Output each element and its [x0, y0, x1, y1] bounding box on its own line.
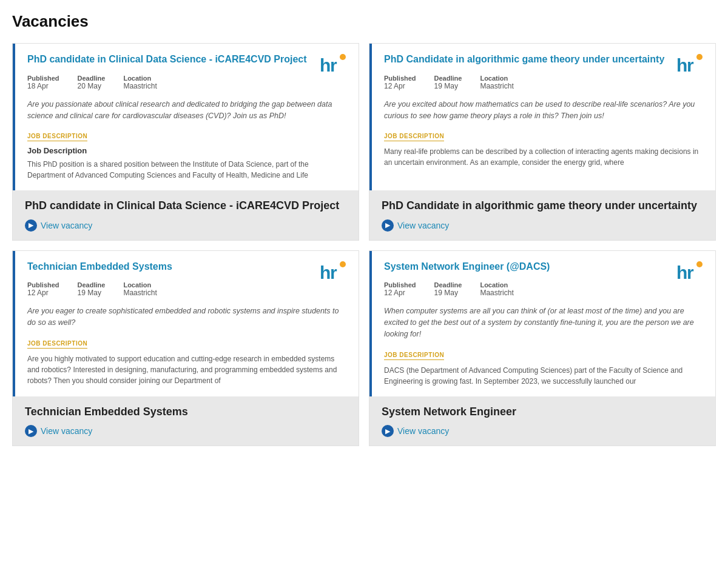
vacancy-preview-title-technician-embedded: Technician Embedded Systems	[27, 261, 346, 273]
location-value: Maastricht	[480, 82, 513, 90]
vacancy-meta-phd-clinical-data: Published 18 Apr Deadline 20 May Locatio…	[27, 75, 346, 90]
published-label: Published	[384, 75, 416, 82]
deadline-value: 20 May	[78, 82, 106, 90]
deadline-label: Deadline	[434, 281, 462, 289]
vacancy-card-phd-algorithmic-game: PhD Candidate in algorithmic game theory…	[369, 43, 716, 241]
vacancy-card-phd-clinical-data: PhD candidate in Clinical Data Science -…	[12, 43, 359, 241]
vacancy-preview-phd-algorithmic-game: PhD Candidate in algorithmic game theory…	[369, 44, 715, 190]
vacancy-meta-technician-embedded: Published 12 Apr Deadline 19 May Locatio…	[27, 281, 346, 297]
deadline-label: Deadline	[434, 75, 462, 82]
vacancy-footer-title-phd-clinical-data: PhD candidate in Clinical Data Science -…	[25, 199, 346, 213]
vacancy-footer-title-phd-algorithmic-game: PhD Candidate in algorithmic game theory…	[382, 199, 703, 213]
job-desc-label-phd-algorithmic-game: JOB DESCRIPTION	[384, 133, 444, 141]
view-vacancy-link-phd-clinical-data[interactable]: ▶ View vacancy	[25, 219, 346, 232]
svg-text:r: r	[687, 55, 694, 75]
meta-published: Published 12 Apr	[27, 281, 59, 297]
svg-text:h: h	[676, 55, 687, 75]
vacancy-footer-system-network-engineer: System Network Engineer ▶ View vacancy	[369, 396, 715, 446]
view-vacancy-label-system-network-engineer: View vacancy	[397, 426, 449, 436]
svg-point-2	[340, 54, 346, 60]
vacancy-intro-technician-embedded: Are you eager to create sophisticated em…	[27, 306, 346, 329]
view-vacancy-icon-technician-embedded: ▶	[25, 425, 37, 437]
svg-point-8	[340, 261, 346, 267]
meta-published: Published 12 Apr	[384, 281, 416, 297]
vacancy-intro-phd-clinical-data: Are you passionate about clinical resear…	[27, 99, 346, 122]
location-value: Maastricht	[123, 82, 157, 90]
deadline-value: 19 May	[434, 82, 462, 90]
svg-point-5	[696, 54, 703, 60]
meta-deadline: Deadline 20 May	[78, 75, 106, 90]
location-label: Location	[480, 281, 513, 289]
hr-logo-system-network-engineer: h r	[676, 259, 706, 286]
location-value: Maastricht	[123, 289, 157, 297]
view-vacancy-icon-system-network-engineer: ▶	[382, 425, 394, 437]
vacancy-intro-system-network-engineer: When computer systems are all you can th…	[384, 306, 703, 339]
meta-deadline: Deadline 19 May	[78, 281, 106, 297]
published-value: 12 Apr	[384, 289, 416, 297]
vacancy-preview-title-phd-clinical-data: PhD candidate in Clinical Data Science -…	[27, 53, 346, 66]
view-vacancy-icon-phd-algorithmic-game: ▶	[382, 219, 394, 232]
view-vacancy-icon-phd-clinical-data: ▶	[25, 219, 37, 232]
job-desc-heading: Job Description	[27, 146, 346, 155]
meta-location: Location Maastricht	[480, 75, 513, 90]
deadline-label: Deadline	[78, 281, 106, 289]
view-vacancy-link-system-network-engineer[interactable]: ▶ View vacancy	[382, 425, 703, 437]
svg-text:r: r	[330, 55, 337, 75]
vacancy-footer-title-technician-embedded: Technician Embedded Systems	[25, 405, 346, 419]
svg-text:r: r	[330, 262, 337, 282]
published-value: 12 Apr	[384, 82, 416, 90]
meta-deadline: Deadline 19 May	[434, 75, 462, 90]
deadline-label: Deadline	[78, 75, 106, 82]
published-label: Published	[27, 281, 59, 289]
meta-published: Published 12 Apr	[384, 75, 416, 90]
vacancy-footer-title-system-network-engineer: System Network Engineer	[382, 405, 703, 419]
view-vacancy-label-technician-embedded: View vacancy	[41, 426, 92, 436]
vacancy-meta-system-network-engineer: Published 12 Apr Deadline 19 May Locatio…	[384, 281, 703, 297]
view-vacancy-label-phd-clinical-data: View vacancy	[41, 221, 92, 230]
vacancy-preview-phd-clinical-data: PhD candidate in Clinical Data Science -…	[13, 44, 359, 190]
published-value: 12 Apr	[27, 289, 59, 297]
vacancy-preview-title-phd-algorithmic-game: PhD Candidate in algorithmic game theory…	[384, 53, 703, 66]
published-label: Published	[384, 281, 416, 289]
view-vacancy-label-phd-algorithmic-game: View vacancy	[397, 221, 449, 230]
job-desc-label-system-network-engineer: JOB DESCRIPTION	[384, 352, 444, 360]
job-desc-label-phd-clinical-data: JOB DESCRIPTION	[27, 133, 87, 141]
svg-text:h: h	[320, 55, 331, 75]
vacancy-intro-phd-algorithmic-game: Are you excited about how mathematics ca…	[384, 99, 703, 122]
vacancy-meta-phd-algorithmic-game: Published 12 Apr Deadline 19 May Locatio…	[384, 75, 703, 90]
vacancy-footer-phd-algorithmic-game: PhD Candidate in algorithmic game theory…	[369, 190, 715, 239]
job-desc-text-system-network-engineer: DACS (the Department of Advanced Computi…	[384, 365, 703, 387]
vacancy-preview-title-system-network-engineer: System Network Engineer (@DACS)	[384, 261, 703, 273]
svg-text:r: r	[687, 262, 694, 282]
svg-text:h: h	[676, 262, 687, 282]
vacancies-grid: PhD candidate in Clinical Data Science -…	[12, 43, 716, 446]
hr-logo-phd-clinical-data: h r	[320, 52, 349, 79]
location-label: Location	[123, 281, 157, 289]
job-desc-text-phd-clinical-data: This PhD position is a shared position b…	[27, 159, 346, 181]
vacancy-card-technician-embedded: Technician Embedded Systems Published 12…	[12, 250, 359, 446]
vacancy-preview-technician-embedded: Technician Embedded Systems Published 12…	[13, 251, 359, 396]
published-label: Published	[27, 75, 59, 82]
job-desc-text-technician-embedded: Are you highly motivated to support educ…	[27, 353, 346, 386]
view-vacancy-link-phd-algorithmic-game[interactable]: ▶ View vacancy	[382, 219, 703, 232]
job-desc-label-technician-embedded: JOB DESCRIPTION	[27, 340, 87, 349]
meta-location: Location Maastricht	[123, 75, 157, 90]
meta-deadline: Deadline 19 May	[434, 281, 462, 297]
vacancy-card-system-network-engineer: System Network Engineer (@DACS) Publishe…	[369, 250, 716, 446]
published-value: 18 Apr	[27, 82, 59, 90]
meta-location: Location Maastricht	[480, 281, 513, 297]
meta-published: Published 18 Apr	[27, 75, 59, 90]
page-title: Vacancies	[12, 12, 716, 31]
location-label: Location	[123, 75, 157, 82]
svg-text:h: h	[320, 262, 331, 282]
vacancy-footer-technician-embedded: Technician Embedded Systems ▶ View vacan…	[13, 396, 359, 446]
job-desc-text-phd-algorithmic-game: Many real-life problems can be described…	[384, 146, 703, 168]
deadline-value: 19 May	[78, 289, 106, 297]
meta-location: Location Maastricht	[123, 281, 157, 297]
vacancy-footer-phd-clinical-data: PhD candidate in Clinical Data Science -…	[13, 190, 359, 239]
deadline-value: 19 May	[434, 289, 462, 297]
view-vacancy-link-technician-embedded[interactable]: ▶ View vacancy	[25, 425, 346, 437]
location-label: Location	[480, 75, 513, 82]
svg-point-11	[696, 261, 703, 267]
hr-logo-technician-embedded: h r	[320, 259, 349, 286]
